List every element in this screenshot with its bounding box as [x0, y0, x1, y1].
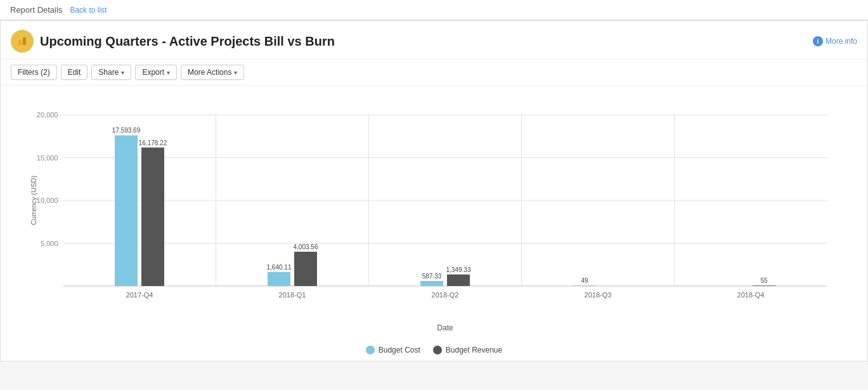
- svg-rect-29: [447, 275, 470, 286]
- more-actions-caret-icon: ▾: [234, 69, 237, 76]
- svg-rect-35: [753, 285, 775, 286]
- export-button[interactable]: Export ▾: [135, 65, 177, 80]
- svg-rect-32: [573, 285, 596, 286]
- legend-swatch: [366, 346, 375, 354]
- svg-rect-24: [294, 252, 317, 286]
- share-label: Share: [98, 68, 119, 77]
- svg-text:Currency (USD): Currency (USD): [30, 176, 37, 225]
- svg-text:2017-Q4: 2017-Q4: [126, 291, 153, 299]
- legend-label: Budget Revenue: [446, 346, 502, 354]
- share-caret-icon: ▾: [121, 69, 124, 76]
- export-caret-icon: ▾: [167, 69, 170, 76]
- svg-text:5,000: 5,000: [41, 240, 58, 247]
- report-container: Upcoming Quarters - Active Projects Bill…: [0, 20, 868, 361]
- info-circle-icon: i: [813, 36, 823, 46]
- svg-text:2018-Q1: 2018-Q1: [279, 291, 306, 299]
- svg-text:4,003.56: 4,003.56: [294, 244, 318, 250]
- svg-text:16,178.22: 16,178.22: [139, 140, 167, 146]
- svg-rect-17: [115, 135, 138, 286]
- legend-label: Budget Cost: [379, 346, 420, 354]
- svg-rect-19: [141, 148, 164, 286]
- svg-text:10,000: 10,000: [37, 197, 58, 204]
- svg-rect-1: [18, 39, 22, 45]
- svg-rect-2: [23, 37, 26, 45]
- legend-item: Budget Cost: [366, 346, 420, 354]
- legend-swatch: [433, 346, 442, 354]
- svg-text:2018-Q2: 2018-Q2: [432, 291, 459, 299]
- svg-text:2018-Q3: 2018-Q3: [585, 291, 612, 299]
- filters-button[interactable]: Filters (2): [11, 65, 57, 80]
- more-actions-button[interactable]: More Actions ▾: [181, 65, 244, 80]
- svg-text:1,349.33: 1,349.33: [446, 266, 471, 273]
- edit-label: Edit: [68, 68, 81, 77]
- toolbar: Filters (2) Edit Share ▾ Export ▾ More A…: [1, 60, 867, 86]
- svg-point-0: [15, 34, 29, 48]
- top-bar: Report Details Back to list: [0, 0, 868, 20]
- export-label: Export: [142, 68, 164, 77]
- report-header: Upcoming Quarters - Active Projects Bill…: [1, 21, 867, 60]
- legend: Budget CostBudget Revenue: [11, 337, 857, 361]
- svg-text:49: 49: [581, 277, 588, 284]
- edit-button[interactable]: Edit: [61, 65, 88, 80]
- svg-text:1,640.11: 1,640.11: [267, 264, 292, 271]
- svg-rect-27: [420, 281, 443, 286]
- report-title: Upcoming Quarters - Active Projects Bill…: [40, 34, 806, 49]
- svg-text:2018-Q4: 2018-Q4: [737, 291, 765, 299]
- chart-area: 5,00010,00015,00020,000Currency (USD)17,…: [11, 96, 857, 337]
- svg-text:55: 55: [760, 277, 768, 284]
- back-to-list-link[interactable]: Back to list: [70, 6, 107, 15]
- chart-section: 5,00010,00015,00020,000Currency (USD)17,…: [1, 86, 867, 361]
- legend-item: Budget Revenue: [433, 346, 502, 354]
- svg-rect-22: [268, 272, 290, 286]
- svg-text:587.33: 587.33: [422, 273, 442, 280]
- share-button[interactable]: Share ▾: [91, 65, 131, 80]
- report-icon: [11, 30, 34, 53]
- more-info-label: More info: [826, 37, 857, 46]
- svg-text:17,593.69: 17,593.69: [112, 127, 141, 134]
- svg-text:15,000: 15,000: [37, 154, 58, 162]
- more-info-button[interactable]: i More info: [813, 36, 857, 46]
- svg-text:20,000: 20,000: [37, 111, 58, 119]
- svg-text:Date: Date: [437, 323, 453, 332]
- report-details-title: Report Details: [10, 5, 62, 15]
- more-actions-label: More Actions: [188, 68, 231, 77]
- filters-label: Filters (2): [18, 68, 50, 77]
